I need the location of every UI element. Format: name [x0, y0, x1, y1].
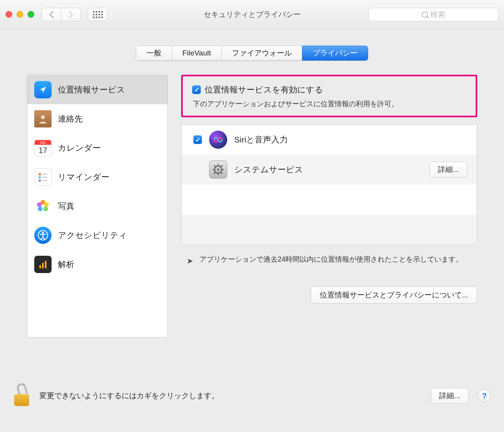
tab-general[interactable]: 一般 — [136, 46, 172, 61]
search-icon — [422, 11, 428, 18]
svg-rect-6 — [42, 180, 47, 181]
close-icon[interactable] — [6, 11, 12, 18]
window-controls — [6, 11, 34, 18]
tab-bar: 一般 FileVault ファイアウォール プライバシー — [0, 29, 504, 61]
legend-text: アプリケーションで過去24時間以内に位置情報が使用されたことを示しています。 — [200, 253, 463, 268]
svg-point-13 — [42, 232, 44, 234]
sidebar-item-location-services[interactable]: 位置情報サービス — [27, 75, 167, 104]
app-row-label: Siriと音声入力 — [234, 134, 288, 145]
sidebar-item-contacts[interactable]: 連絡先 — [27, 104, 167, 133]
enable-location-checkbox[interactable] — [192, 85, 201, 94]
sidebar-item-label: アクセシビリティ — [58, 230, 127, 241]
location-arrow-icon: ➤ — [187, 253, 193, 268]
svg-rect-4 — [42, 177, 47, 178]
enable-location-label: 位置情報サービスを有効にする — [205, 84, 323, 95]
app-row-label: システムサービス — [234, 164, 303, 175]
app-row-empty — [182, 185, 477, 214]
app-row-system-services: システムサービス 詳細... — [182, 155, 477, 185]
search-input[interactable]: 検索 — [369, 8, 498, 21]
svg-point-0 — [41, 115, 45, 119]
svg-point-8 — [44, 202, 49, 207]
recent-usage-legend: ➤ アプリケーションで過去24時間以内に位置情報が使用されたことを示しています。 — [181, 243, 477, 268]
sidebar-item-reminders[interactable]: リマインダー — [27, 162, 167, 192]
reminders-icon — [34, 168, 52, 186]
siri-icon — [209, 131, 227, 149]
nav-group — [41, 8, 81, 21]
zoom-icon[interactable] — [28, 11, 34, 18]
app-row-siri: Siriと音声入力 — [182, 125, 477, 155]
svg-point-11 — [37, 202, 42, 207]
enable-location-description: 下のアプリケーションおよびサービスに位置情報の利用を許可。 — [193, 99, 466, 109]
svg-rect-16 — [45, 261, 46, 268]
analytics-icon — [34, 256, 52, 273]
sidebar-item-label: 写真 — [58, 201, 74, 212]
advanced-button[interactable]: 詳細... — [431, 388, 469, 404]
accessibility-icon — [34, 227, 52, 244]
sidebar-item-label: リマインダー — [58, 172, 109, 183]
forward-button[interactable] — [61, 8, 81, 21]
contacts-icon — [34, 110, 52, 127]
tab-privacy[interactable]: プライバシー — [302, 46, 368, 61]
svg-point-5 — [39, 179, 41, 182]
sidebar-item-analytics[interactable]: 解析 — [27, 250, 167, 279]
sidebar-item-accessibility[interactable]: アクセシビリティ — [27, 221, 167, 250]
svg-rect-15 — [42, 263, 44, 268]
svg-point-1 — [39, 173, 41, 175]
window-title: セキュリティとプライバシー — [204, 9, 301, 20]
calendar-month: JUL — [35, 140, 51, 145]
app-siri-checkbox[interactable] — [193, 135, 202, 144]
svg-line-25 — [221, 165, 222, 167]
tab-firewall[interactable]: ファイアウォール — [221, 46, 302, 61]
enable-location-highlight: 位置情報サービスを有効にする 下のアプリケーションおよびサービスに位置情報の利用… — [181, 75, 477, 117]
app-row-empty — [182, 214, 477, 244]
calendar-day: 17 — [39, 145, 47, 156]
lock-icon[interactable] — [13, 386, 30, 406]
privacy-category-sidebar: 位置情報サービス 連絡先 JUL 17 カレンダー リマインダ — [27, 75, 168, 338]
about-location-privacy-button[interactable]: 位置情報サービスとプライバシーについて... — [311, 286, 477, 304]
system-services-details-button[interactable]: 詳細... — [430, 162, 467, 177]
gear-icon — [209, 161, 227, 179]
sidebar-item-label: 位置情報サービス — [58, 84, 125, 95]
minimize-icon[interactable] — [17, 11, 23, 18]
sidebar-item-calendar[interactable]: JUL 17 カレンダー — [27, 133, 167, 162]
grid-icon — [93, 11, 103, 18]
photos-icon — [34, 198, 52, 215]
sidebar-item-label: 解析 — [58, 259, 74, 270]
lock-hint-text: 変更できないようにするにはカギをクリックします。 — [39, 391, 421, 401]
sidebar-item-photos[interactable]: 写真 — [27, 192, 167, 221]
location-app-list: Siriと音声入力 システムサービス 詳細... — [181, 124, 477, 243]
svg-rect-2 — [42, 174, 47, 175]
svg-point-3 — [39, 176, 41, 179]
search-placeholder: 検索 — [430, 9, 445, 20]
show-all-prefs-button[interactable] — [88, 8, 107, 21]
sidebar-item-label: 連絡先 — [58, 113, 83, 124]
back-button[interactable] — [41, 8, 61, 21]
svg-point-10 — [38, 207, 43, 211]
svg-line-23 — [214, 165, 215, 167]
titlebar: セキュリティとプライバシー 検索 — [0, 0, 504, 29]
location-icon — [34, 81, 52, 98]
svg-line-26 — [214, 172, 215, 174]
tab-filevault[interactable]: FileVault — [172, 46, 221, 61]
svg-point-18 — [217, 168, 219, 171]
calendar-icon: JUL 17 — [34, 139, 52, 157]
svg-rect-14 — [39, 265, 41, 268]
help-button[interactable]: ? — [478, 390, 491, 402]
svg-line-24 — [221, 172, 222, 174]
svg-point-9 — [43, 207, 48, 211]
sidebar-item-label: カレンダー — [58, 142, 101, 153]
